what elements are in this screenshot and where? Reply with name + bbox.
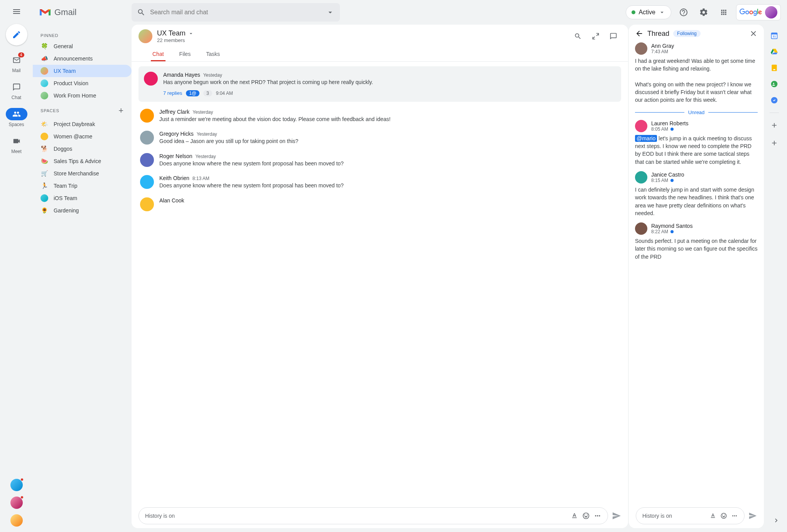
rail-chat[interactable]: Chat [6, 81, 27, 100]
message-item[interactable]: Keith Obrien8:13 AM Does anyone know whe… [138, 171, 621, 194]
right-rail: 31 [764, 25, 785, 532]
status-chip[interactable]: Active [626, 5, 671, 19]
rail-mail[interactable]: 4 Mail [6, 54, 27, 73]
emoji-icon[interactable] [582, 512, 590, 520]
help-button[interactable] [676, 5, 691, 20]
composer[interactable]: History is on [138, 507, 608, 524]
sidebar-item-ios[interactable]: iOS Team [33, 192, 132, 204]
thread-message-item[interactable]: Ann Gray 7:43 AM I had a great weekend! … [635, 42, 758, 104]
message-item[interactable]: Amanda HayesYesteday Has anyone begun wo… [138, 66, 621, 102]
sidebar-item-women[interactable]: Women @acme [33, 130, 132, 143]
sidebar-item-label: General [54, 43, 73, 49]
sidebar-item-ux-team[interactable]: UX Team [33, 65, 132, 77]
thread-composer[interactable]: History is on [636, 507, 745, 524]
gmail-logo[interactable]: Gmail [39, 7, 127, 17]
message-author: Keith Obrien [159, 175, 189, 181]
format-icon[interactable] [709, 512, 716, 519]
thread-message-item[interactable]: Raymond Santos 8:22 AM Sounds perfect. I… [635, 222, 758, 261]
close-button[interactable] [749, 29, 758, 38]
unread-dot-icon [670, 128, 674, 131]
thread-view-button[interactable] [606, 29, 621, 44]
send-button[interactable] [748, 512, 757, 520]
message-author: Jeffrey Clark [159, 109, 189, 115]
status-dot-icon [632, 10, 635, 14]
message-body: Does anyone know where the new system fo… [159, 160, 620, 168]
app-name: Gmail [54, 7, 76, 17]
unread-divider: Unread [635, 109, 758, 115]
message-author: Raymond Santos [651, 223, 692, 229]
sidebar-item-daybreak[interactable]: 🌤️Project Daybreak [33, 118, 132, 130]
calendar-icon[interactable]: 31 [770, 32, 778, 39]
message-item[interactable]: Jeffrey ClarkYesterday Just a reminder w… [138, 105, 621, 127]
sidebar-item-label: Project Daybreak [54, 121, 95, 127]
account-switcher[interactable] [736, 4, 781, 20]
message-item[interactable]: Gregory HicksYesterday Good idea – Jason… [138, 127, 621, 149]
sidebar-item-trip[interactable]: 🏃Team Trip [33, 180, 132, 192]
message-item[interactable]: Roger NelsonYesterday Does anyone know w… [138, 149, 621, 172]
sidebar-item-doggos[interactable]: 🐕Doggos [33, 143, 132, 155]
message-author: Lauren Roberts [651, 120, 689, 126]
following-chip[interactable]: Following [673, 30, 701, 37]
message-list[interactable]: Amanda HayesYesteday Has anyone begun wo… [132, 62, 628, 503]
space-tabs: Chat Files Tasks [132, 48, 628, 62]
compose-button[interactable] [6, 24, 27, 45]
sidebar-item-merch[interactable]: 🛒Store Merchandise [33, 167, 132, 180]
sidebar-item-announcements[interactable]: 📣Announcements [33, 52, 132, 65]
unread-dot-icon [670, 179, 674, 182]
thread-message-list[interactable]: Ann Gray 7:43 AM I had a great weekend! … [629, 42, 764, 503]
chevron-down-icon[interactable] [188, 30, 194, 37]
add-space-button[interactable]: + [118, 106, 124, 116]
sidebar-item-label: Announcements [54, 56, 93, 62]
search-bar[interactable] [132, 3, 340, 22]
message-author: Amanda Hayes [163, 72, 200, 78]
thread-message-item[interactable]: Janice Castro 8:15 AM I can definitely j… [635, 171, 758, 217]
sidebar-item-wfh[interactable]: Work From Home [33, 89, 132, 102]
reply-count[interactable]: 7 replies [163, 90, 182, 96]
more-icon[interactable] [731, 512, 738, 519]
get-addons-icon[interactable] [770, 139, 778, 147]
thread-message-item[interactable]: Lauren Roberts 8:05 AM @mario let's jump… [635, 120, 758, 166]
apps-button[interactable] [716, 5, 731, 20]
more-icon[interactable] [594, 512, 601, 520]
message-body: Just a reminder we're meeting about the … [159, 116, 620, 123]
tab-chat[interactable]: Chat [151, 48, 166, 61]
mention[interactable]: @mario [635, 135, 657, 142]
user-avatar [765, 6, 777, 19]
settings-button[interactable] [696, 5, 711, 20]
rail-dm-1[interactable] [10, 479, 23, 491]
menu-button[interactable] [12, 7, 21, 16]
contacts-icon[interactable] [770, 80, 778, 88]
rail-dm-3[interactable] [10, 514, 23, 527]
sidebar-item-product-vision[interactable]: Product Vision [33, 77, 132, 89]
sidebar-item-label: Gardening [54, 207, 79, 214]
addons-icon[interactable] [770, 121, 778, 129]
message-item[interactable]: Alan Cook [138, 194, 621, 215]
user-avatar [140, 153, 154, 167]
message-time: 8:15 AM [651, 178, 684, 183]
collapse-button[interactable] [588, 29, 603, 44]
space-search-button[interactable] [570, 29, 586, 44]
sidebar-item-label: Sales Tips & Advice [54, 158, 101, 164]
sidebar-item-gardening[interactable]: 🌻Gardening [33, 204, 132, 217]
search-input[interactable] [150, 9, 321, 16]
format-icon[interactable] [571, 512, 578, 520]
send-button[interactable] [612, 511, 621, 520]
emoji-icon[interactable] [720, 512, 727, 519]
message-time: 7:43 AM [651, 49, 674, 54]
message-author: Janice Castro [651, 172, 684, 178]
sidebar-item-general[interactable]: 🍀General [33, 40, 132, 52]
sidebar-item-sales[interactable]: 🍉Sales Tips & Advice [33, 155, 132, 167]
message-time: Yesterday [193, 109, 213, 115]
rail-meet[interactable]: Meet [6, 135, 27, 154]
sidebar: PINNED 🍀General 📣Announcements UX Team P… [33, 25, 132, 532]
back-icon[interactable] [635, 29, 643, 38]
tab-tasks[interactable]: Tasks [204, 48, 221, 61]
drive-icon[interactable] [770, 48, 778, 56]
tab-files[interactable]: Files [178, 48, 193, 61]
rail-dm-2[interactable] [10, 497, 23, 509]
expand-side-panel-button[interactable] [772, 517, 780, 524]
rail-spaces[interactable]: Spaces [6, 108, 27, 127]
search-options-icon[interactable] [326, 8, 334, 17]
tasks-icon[interactable] [770, 96, 778, 104]
keep-icon[interactable] [770, 64, 778, 72]
